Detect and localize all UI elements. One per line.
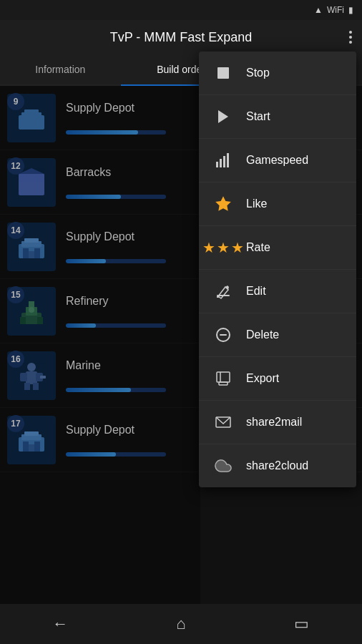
status-bar: ▲ WiFi ▮ xyxy=(0,0,362,20)
mail-icon xyxy=(212,411,235,434)
rate-label: Rate xyxy=(246,241,270,254)
cloud-icon xyxy=(212,454,235,477)
svg-rect-39 xyxy=(216,162,218,167)
wifi-icon: WiFi xyxy=(327,5,344,15)
menu-item-stop[interactable]: Stop xyxy=(199,52,356,95)
menu-item-start[interactable]: Start xyxy=(199,95,356,139)
bottom-nav: ← ⌂ ▭ xyxy=(0,604,362,644)
menu-dot-2 xyxy=(349,36,352,39)
edit-icon xyxy=(212,280,235,303)
like-label: Like xyxy=(246,197,267,210)
play-icon xyxy=(212,105,235,128)
svg-rect-45 xyxy=(217,296,219,298)
tab-information-label: Information xyxy=(35,64,85,75)
svg-rect-42 xyxy=(227,153,229,167)
svg-rect-49 xyxy=(217,376,230,377)
svg-rect-41 xyxy=(223,156,225,167)
menu-item-edit[interactable]: Edit xyxy=(199,270,356,313)
export-icon xyxy=(212,367,235,390)
status-icons: ▲ WiFi ▮ xyxy=(314,5,353,15)
page-title: TvP - MMM Fast Expand xyxy=(110,30,253,45)
export-label: Export xyxy=(246,372,279,385)
menu-item-gamespeed[interactable]: Gamespeed xyxy=(199,139,356,182)
menu-item-export[interactable]: Export xyxy=(199,357,356,401)
svg-rect-37 xyxy=(217,67,229,79)
svg-marker-43 xyxy=(215,196,231,211)
edit-label: Edit xyxy=(246,285,266,298)
tab-build-order-label: Build order xyxy=(157,64,205,75)
delete-label: Delete xyxy=(246,328,279,341)
menu-item-like[interactable]: Like xyxy=(199,182,356,226)
home-button[interactable]: ⌂ xyxy=(160,610,202,638)
recents-icon: ▭ xyxy=(294,615,309,633)
gamespeed-label: Gamespeed xyxy=(246,154,308,167)
svg-marker-38 xyxy=(218,110,228,123)
svg-rect-47 xyxy=(220,334,227,336)
menu-item-rate[interactable]: ★ ★ ★ Rate xyxy=(199,226,356,270)
stop-icon xyxy=(212,62,235,84)
star-1: ★ xyxy=(202,239,215,256)
delete-icon xyxy=(212,323,235,346)
back-button[interactable]: ← xyxy=(39,610,82,638)
star-2: ★ xyxy=(217,239,230,256)
svg-rect-51 xyxy=(219,382,228,385)
rate-stars-icon: ★ ★ ★ xyxy=(212,236,235,259)
menu-item-delete[interactable]: Delete xyxy=(199,313,356,357)
battery-icon: ▮ xyxy=(348,5,353,15)
start-label: Start xyxy=(246,110,270,123)
signal-icon: ▲ xyxy=(314,5,323,15)
menu-item-share2mail[interactable]: share2mail xyxy=(199,401,356,444)
like-star-icon xyxy=(212,192,235,215)
home-icon: ⌂ xyxy=(176,615,185,633)
menu-dot-1 xyxy=(349,31,352,34)
title-bar: TvP - MMM Fast Expand xyxy=(0,20,362,54)
gamespeed-icon xyxy=(212,149,235,172)
overflow-menu-button[interactable] xyxy=(349,31,352,44)
recents-button[interactable]: ▭ xyxy=(280,610,323,638)
share2mail-label: share2mail xyxy=(246,416,302,429)
stop-label: Stop xyxy=(246,67,270,79)
svg-rect-40 xyxy=(220,159,222,167)
dim-overlay xyxy=(0,86,200,604)
menu-dot-3 xyxy=(349,41,352,44)
share2cloud-label: share2cloud xyxy=(246,459,308,472)
dropdown-menu: Stop Start Gamespeed Like xyxy=(199,52,356,487)
back-icon: ← xyxy=(52,615,68,633)
star-3: ★ xyxy=(231,239,244,256)
menu-item-share2cloud[interactable]: share2cloud xyxy=(199,444,356,487)
tab-information[interactable]: Information xyxy=(0,54,121,84)
svg-rect-48 xyxy=(217,372,230,382)
